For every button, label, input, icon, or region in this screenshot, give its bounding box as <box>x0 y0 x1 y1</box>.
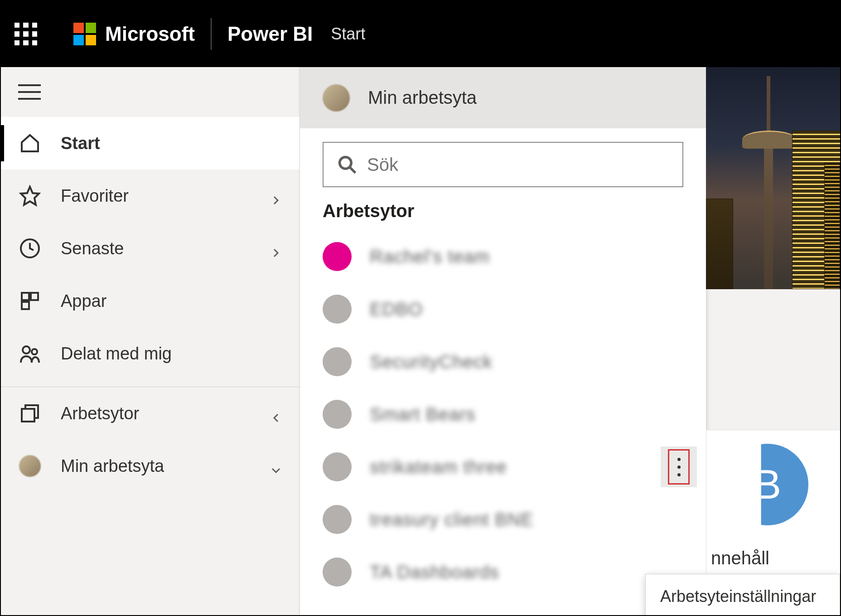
search-box[interactable] <box>323 142 683 187</box>
home-icon <box>19 132 41 154</box>
sidebar: Start Favoriter Senaste <box>1 67 300 615</box>
avatar-icon <box>19 455 41 477</box>
header-divider <box>211 18 212 50</box>
workspaces-section-label: Arbetsytor <box>300 196 706 230</box>
shared-icon <box>19 343 41 364</box>
workspace-flyout: Min arbetsyta Arbetsytor Rachel's team E… <box>300 67 706 615</box>
menu-item-workspace-settings[interactable]: Arbetsyteinställningar <box>646 574 840 616</box>
breadcrumb: Start <box>331 24 365 44</box>
sidebar-item-label: Favoriter <box>61 186 129 206</box>
workspace-avatar-icon <box>323 400 352 429</box>
chevron-right-icon <box>271 190 281 201</box>
workspace-item[interactable]: SecurityCheck <box>300 335 706 388</box>
svg-rect-1 <box>22 293 29 300</box>
hamburger-button[interactable] <box>1 67 300 117</box>
workspace-name: SecurityCheck <box>370 352 493 372</box>
workspace-avatar-icon <box>323 347 352 376</box>
workspace-context-menu: Arbetsyteinställningar Arbetsyteåtkomst <box>645 574 840 616</box>
main-area: Start Favoriter Senaste <box>1 67 840 615</box>
workspace-name: Smart Bears <box>370 404 475 425</box>
flyout-header[interactable]: Min arbetsyta <box>300 67 706 128</box>
sidebar-item-start[interactable]: Start <box>1 117 300 170</box>
workspace-avatar-icon <box>323 242 352 271</box>
workspace-item[interactable]: strikateam three <box>300 441 706 493</box>
workspace-name: strikateam three <box>370 457 507 477</box>
sidebar-item-label: Delat med mig <box>61 344 172 364</box>
workspace-list: Rachel's team EDBO SecurityCheck Smart B… <box>300 230 706 615</box>
sidebar-item-arbetsytor[interactable]: Arbetsytor <box>1 387 300 440</box>
workspace-name: treasury client BNE <box>370 509 533 530</box>
search-icon <box>337 155 357 175</box>
search-input[interactable] <box>367 155 669 175</box>
apps-icon <box>19 290 41 312</box>
sidebar-item-label: Appar <box>61 291 106 311</box>
hamburger-icon <box>18 84 41 100</box>
workspace-name: TA Dashboards <box>370 562 499 582</box>
workspace-item[interactable]: Rachel's team <box>300 230 706 283</box>
workspace-avatar-icon <box>323 558 352 587</box>
workspace-name: EDBO <box>370 299 423 320</box>
sidebar-item-label: Senaste <box>61 239 124 258</box>
more-vertical-icon <box>668 449 690 485</box>
workspace-item[interactable]: Smart Bears <box>300 388 706 441</box>
svg-point-5 <box>32 349 37 354</box>
search-wrap <box>300 128 706 196</box>
hero-image <box>706 67 840 289</box>
svg-rect-2 <box>31 293 38 300</box>
star-icon <box>19 185 41 207</box>
space-needle-icon <box>738 76 801 285</box>
flyout-title: Min arbetsyta <box>368 87 477 108</box>
svg-rect-3 <box>22 302 29 309</box>
svg-point-7 <box>340 157 352 169</box>
workspace-avatar-icon <box>323 295 352 324</box>
card-label: nnehåll <box>711 548 769 568</box>
clock-icon <box>19 238 41 259</box>
sidebar-item-label: Min arbetsyta <box>61 456 164 476</box>
sidebar-item-min-arbetsyta[interactable]: Min arbetsyta <box>1 440 300 492</box>
sidebar-item-label: Start <box>61 134 100 153</box>
sidebar-item-senaste[interactable]: Senaste <box>1 222 300 275</box>
chevron-right-icon <box>271 243 281 254</box>
avatar-icon <box>323 84 350 112</box>
workspace-avatar-icon <box>323 452 352 481</box>
sidebar-item-favoriter[interactable]: Favoriter <box>1 170 300 222</box>
svg-rect-6 <box>22 409 34 422</box>
brand-label: Microsoft <box>105 23 195 45</box>
card-avatar-icon: B <box>727 444 808 525</box>
workspace-name: Rachel's team <box>370 247 490 267</box>
sidebar-item-label: Arbetsytor <box>61 404 139 423</box>
chevron-down-icon <box>271 461 281 471</box>
sidebar-item-delat-med-mig[interactable]: Delat med mig <box>1 327 300 380</box>
workspace-item[interactable]: EDBO <box>300 283 706 335</box>
sidebar-item-appar[interactable]: Appar <box>1 275 300 327</box>
app-launcher-icon[interactable] <box>14 23 37 45</box>
workspaces-icon <box>19 403 41 424</box>
top-bar: Microsoft Power BI Start <box>1 1 840 67</box>
workspace-item[interactable]: treasury client BNE <box>300 493 706 546</box>
workspace-more-button[interactable] <box>661 446 697 487</box>
workspace-avatar-icon <box>323 505 352 534</box>
chevron-left-icon <box>271 408 281 419</box>
svg-point-4 <box>23 346 30 354</box>
product-label: Power BI <box>227 23 313 45</box>
microsoft-logo-icon <box>73 23 96 45</box>
